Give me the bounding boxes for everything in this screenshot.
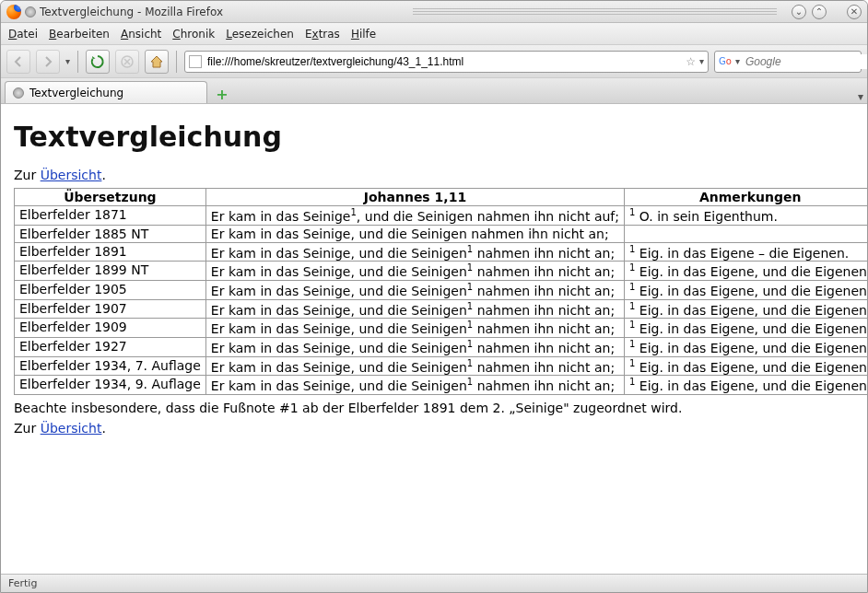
cell-translation: Elberfelder 1927 (15, 337, 206, 356)
titlebar: Textvergleichung - Mozilla Firefox ⌄ ⌃ ✕ (1, 1, 867, 23)
menu-edit[interactable]: Bearbeiten (49, 28, 110, 41)
reload-icon (90, 54, 105, 69)
plus-icon: + (216, 86, 228, 103)
cell-translation: Elberfelder 1891 (15, 242, 206, 262)
cell-note: 1 Eig. in das Eigene, und die Eigenen. (625, 280, 867, 299)
table-row: Elberfelder 1899 NTEr kam in das Seinige… (15, 262, 868, 281)
table-row: Elberfelder 1907Er kam in das Seinige, u… (15, 299, 868, 319)
cell-translation: Elberfelder 1934, 9. Auflage (15, 376, 206, 395)
table-row: Elberfelder 1885 NTEr kam in das Seinige… (15, 225, 868, 242)
toolbar-separator (77, 51, 78, 73)
page-content: Textvergleichung Zur Übersicht. Übersetz… (1, 104, 867, 574)
cell-verse: Er kam in das Seinige, und die Seinigen1… (205, 337, 624, 356)
cell-verse: Er kam in das Seinige, und die Seinigen1… (205, 242, 624, 262)
cell-verse: Er kam in das Seinige1, und die Seinigen… (205, 206, 624, 226)
cell-verse: Er kam in das Seinige, und die Seinigen1… (205, 280, 624, 299)
overview-link[interactable]: Übersicht (41, 421, 102, 436)
forward-button[interactable] (36, 50, 60, 74)
cell-translation: Elberfelder 1899 NT (15, 262, 206, 281)
header-verse: Johannes 1,11 (205, 189, 624, 206)
cell-note: 1 Eig. in das Eigene, und die Eigenen. (625, 356, 867, 376)
comparison-table: Übersetzung Johannes 1,11 Anmerkungen El… (14, 188, 867, 395)
cell-translation: Elberfelder 1907 (15, 299, 206, 319)
menu-bookmarks[interactable]: Lesezeichen (226, 28, 294, 41)
cell-note: 1 Eig. in das Eigene, und die Eigenen. (625, 299, 867, 319)
tab-overflow-button[interactable]: ▾ (858, 90, 863, 103)
cell-note: 1 Eig. in das Eigene – die Eigenen. (625, 242, 867, 262)
page-icon (189, 55, 202, 68)
cell-note: 1 Eig. in das Eigene, und die Eigenen. (625, 376, 867, 395)
table-row: Elberfelder 1927Er kam in das Seinige, u… (15, 337, 868, 356)
table-row: Elberfelder 1891Er kam in das Seinige, u… (15, 242, 868, 262)
table-row: Elberfelder 1871Er kam in das Seinige1, … (15, 206, 868, 226)
close-button[interactable]: ✕ (847, 5, 862, 19)
table-row: Elberfelder 1909Er kam in das Seinige, u… (15, 319, 868, 338)
overview-link-top: Zur Übersicht. (14, 168, 854, 182)
minimize-button[interactable]: ⌄ (792, 5, 806, 19)
cell-note: 1 Eig. in das Eigene, und die Eigenen. (625, 337, 867, 356)
titlebar-grip (413, 8, 777, 16)
maximize-button[interactable]: ⌃ (812, 5, 827, 19)
cell-translation: Elberfelder 1934, 7. Auflage (15, 356, 206, 376)
menubar: Datei Bearbeiten Ansicht Chronik Lesezei… (1, 23, 867, 45)
page-favicon-icon (25, 6, 36, 17)
table-row: Elberfelder 1934, 7. AuflageEr kam in da… (15, 356, 868, 376)
back-icon (12, 55, 25, 68)
stop-icon (121, 55, 134, 68)
cell-verse: Er kam in das Seinige, und die Seinigen1… (205, 376, 624, 395)
toolbar: ▾ ☆ ▾ Go ▾ (1, 45, 867, 78)
forward-icon (41, 55, 54, 68)
cell-translation: Elberfelder 1871 (15, 206, 206, 226)
searchengine-dropdown-icon[interactable]: ▾ (735, 56, 740, 66)
menu-history[interactable]: Chronik (172, 28, 215, 41)
bookmark-star-icon[interactable]: ☆ (686, 55, 696, 68)
firefox-logo-icon (6, 5, 21, 19)
back-button[interactable] (6, 50, 30, 74)
cell-translation: Elberfelder 1905 (15, 280, 206, 299)
search-input[interactable] (744, 54, 868, 69)
home-button[interactable] (145, 50, 169, 74)
history-dropdown-icon[interactable]: ▾ (65, 56, 70, 66)
footnote-note: Beachte insbesondere, dass die Fußnote #… (14, 401, 854, 415)
new-tab-button[interactable]: + (211, 85, 233, 103)
url-input[interactable] (205, 54, 682, 69)
cell-verse: Er kam in das Seinige, und die Seinigen … (205, 225, 624, 242)
tab-favicon-icon (13, 87, 24, 99)
table-row: Elberfelder 1905Er kam in das Seinige, u… (15, 280, 868, 299)
menu-help[interactable]: Hilfe (351, 28, 376, 41)
overview-link[interactable]: Übersicht (41, 168, 102, 182)
window-title: Textvergleichung - Mozilla Firefox (40, 6, 404, 18)
stop-button[interactable] (115, 50, 139, 74)
tab-active[interactable]: Textvergleichung (5, 81, 207, 103)
search-engine-icon[interactable]: Go (719, 55, 732, 68)
search-box: Go ▾ (714, 51, 862, 73)
cell-note: 1 Eig. in das Eigene, und die Eigenen. (625, 319, 867, 338)
url-dropdown-icon[interactable]: ▾ (699, 56, 704, 66)
cell-translation: Elberfelder 1885 NT (15, 225, 206, 242)
overview-link-bottom: Zur Übersicht. (14, 421, 854, 436)
statusbar: Fertig (1, 574, 867, 592)
menu-file[interactable]: Datei (8, 28, 38, 41)
menu-extras[interactable]: Extras (305, 28, 340, 41)
table-header-row: Übersetzung Johannes 1,11 Anmerkungen (15, 189, 868, 206)
cell-verse: Er kam in das Seinige, und die Seinigen1… (205, 319, 624, 338)
tab-label: Textvergleichung (29, 87, 123, 99)
menu-view[interactable]: Ansicht (121, 28, 161, 41)
reload-button[interactable] (86, 50, 110, 74)
page-heading: Textvergleichung (14, 121, 854, 153)
toolbar-separator-2 (176, 51, 177, 73)
url-box: ☆ ▾ (184, 51, 709, 73)
cell-note (625, 225, 867, 242)
cell-verse: Er kam in das Seinige, und die Seinigen1… (205, 356, 624, 376)
header-notes: Anmerkungen (625, 189, 867, 206)
table-row: Elberfelder 1934, 9. AuflageEr kam in da… (15, 376, 868, 395)
cell-note: 1 Eig. in das Eigene, und die Eigenen. (625, 262, 867, 281)
home-icon (149, 54, 164, 69)
header-translation: Übersetzung (15, 189, 206, 206)
cell-note: 1 O. in sein Eigenthum. (625, 206, 867, 226)
tabbar: Textvergleichung + ▾ (1, 78, 867, 104)
firefox-window: Textvergleichung - Mozilla Firefox ⌄ ⌃ ✕… (0, 0, 868, 593)
status-text: Fertig (8, 577, 37, 589)
cell-verse: Er kam in das Seinige, und die Seinigen1… (205, 262, 624, 281)
cell-translation: Elberfelder 1909 (15, 319, 206, 338)
